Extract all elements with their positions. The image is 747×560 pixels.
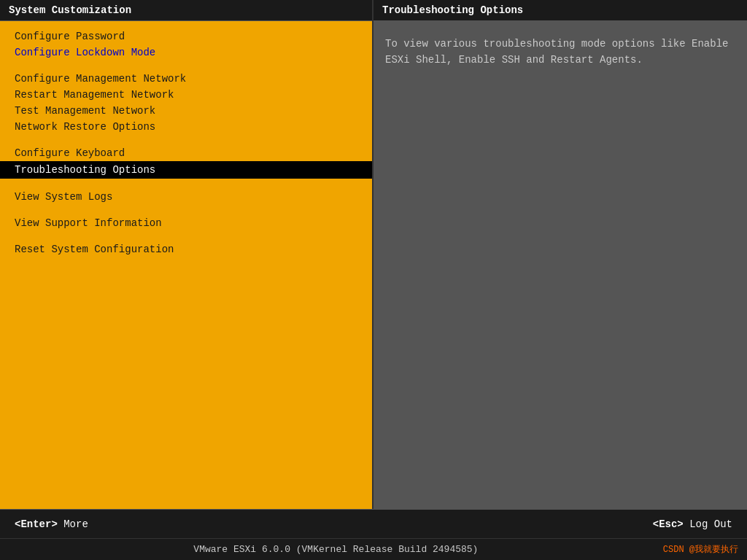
left-menu: Configure PasswordConfigure Lockdown Mod… [0, 21, 372, 509]
footer: VMware ESXi 6.0.0 (VMKernel Release Buil… [0, 538, 747, 560]
menu-spacer [0, 135, 372, 145]
right-panel-content: To view various troubleshooting mode opt… [374, 21, 747, 509]
right-panel: Troubleshooting Options To view various … [374, 0, 747, 509]
app: System Customization Configure PasswordC… [0, 0, 747, 560]
menu-spacer [0, 61, 372, 71]
menu-item-reset-config[interactable]: Reset System Configuration [0, 241, 372, 257]
enter-action[interactable]: <Enter> More [15, 518, 88, 530]
menu-spacer [0, 231, 372, 241]
main-content: System Customization Configure PasswordC… [0, 0, 747, 509]
esc-action-label: Log Out [689, 518, 732, 530]
enter-action-label: More [63, 518, 88, 530]
enter-key-label: <Enter> [15, 518, 58, 530]
right-panel-header: Troubleshooting Options [374, 0, 747, 21]
menu-item-view-support[interactable]: View Support Information [0, 215, 372, 231]
action-bar: <Enter> More <Esc> Log Out [0, 509, 747, 538]
menu-item-configure-management[interactable]: Configure Management Network [0, 71, 372, 87]
menu-item-configure-lockdown[interactable]: Configure Lockdown Mode [0, 44, 372, 61]
menu-spacer [0, 179, 372, 189]
right-panel-description: To view various troubleshooting mode opt… [385, 38, 728, 66]
footer-text: VMware ESXi 6.0.0 (VMKernel Release Buil… [9, 544, 663, 555]
menu-item-troubleshooting[interactable]: Troubleshooting Options [0, 161, 372, 179]
menu-item-configure-password[interactable]: Configure Password [0, 28, 372, 44]
esc-key-label: <Esc> [653, 518, 684, 530]
footer-brand: CSDN @我就要执行 [663, 543, 738, 556]
menu-item-restart-management[interactable]: Restart Management Network [0, 87, 372, 103]
menu-item-view-logs[interactable]: View System Logs [0, 189, 372, 205]
left-panel-title: System Customization [9, 4, 131, 16]
menu-spacer [0, 205, 372, 215]
menu-item-test-management[interactable]: Test Management Network [0, 103, 372, 119]
left-panel-header: System Customization [0, 0, 372, 21]
right-panel-title: Troubleshooting Options [382, 4, 523, 16]
menu-item-network-restore[interactable]: Network Restore Options [0, 119, 372, 135]
esc-action[interactable]: <Esc> Log Out [653, 518, 732, 530]
menu-item-configure-keyboard[interactable]: Configure Keyboard [0, 145, 372, 161]
left-panel: System Customization Configure PasswordC… [0, 0, 374, 509]
